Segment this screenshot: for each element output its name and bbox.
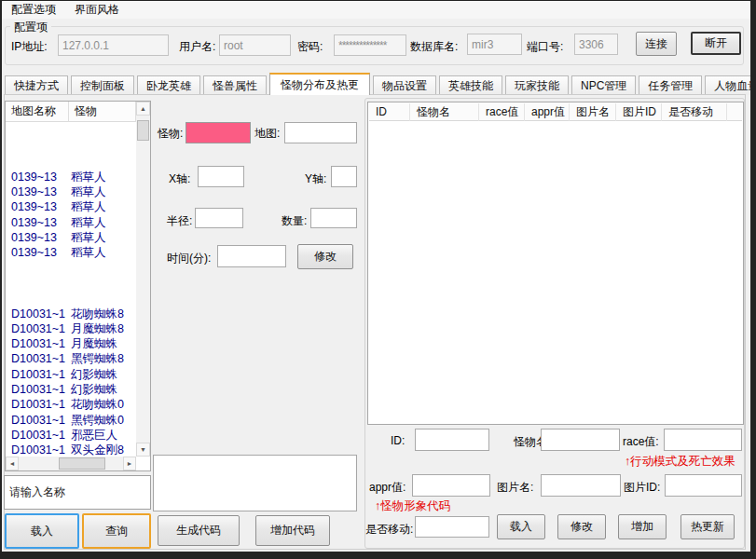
map-list-column-0[interactable]: 地图名称	[6, 102, 69, 122]
tab-7[interactable]: 玩家技能	[505, 75, 569, 95]
map-input[interactable]	[284, 122, 357, 143]
tab-0[interactable]: 快捷方式	[5, 75, 68, 95]
monster-table-column-0[interactable]: ID	[369, 103, 410, 121]
list-item[interactable]: D10031~1幻影蜘蛛	[7, 382, 135, 397]
monster-id-input[interactable]	[415, 429, 489, 451]
map-monster-list[interactable]: 地图名称怪物 0139~13稻草人0139~13稻草人0139~13稻草人013…	[5, 101, 151, 471]
tab-6[interactable]: 英雄技能	[439, 75, 502, 95]
monster-name-input[interactable]	[541, 429, 620, 451]
list-item[interactable]: 0139~13稻草人	[7, 230, 135, 245]
list-item[interactable]: D10031~1双头金刚8	[7, 443, 135, 457]
list-item[interactable]	[7, 276, 135, 291]
tab-5[interactable]: 物品设置	[373, 75, 436, 95]
tab-2[interactable]: 卧龙英雄	[137, 75, 200, 95]
hscroll-thumb[interactable]	[59, 457, 105, 470]
map-name-cell: D10031~1	[7, 397, 70, 412]
race-label: race值:	[623, 434, 659, 450]
port-input[interactable]	[574, 34, 618, 55]
tab-9[interactable]: 任务管理	[639, 75, 702, 95]
vscroll-thumb[interactable]	[137, 120, 149, 141]
list-vscrollbar[interactable]: ▲ ▼	[136, 102, 150, 457]
monster-name-cell: 双头金刚8	[70, 443, 124, 457]
add-code-button[interactable]: 增加代码	[255, 515, 330, 546]
list-item[interactable]	[7, 124, 135, 139]
load-button[interactable]: 载入	[5, 513, 79, 549]
appr-input[interactable]	[412, 474, 490, 497]
ip-input[interactable]	[58, 34, 169, 56]
image-name-input[interactable]	[541, 474, 621, 497]
name-search-input[interactable]: 请输入名称	[4, 475, 151, 510]
monster-name-cell	[70, 276, 71, 291]
race-input[interactable]	[664, 429, 742, 451]
monster-table-column-6[interactable]: 是否移动	[662, 103, 727, 121]
monster-input[interactable]	[186, 122, 251, 143]
menu-item-config-options[interactable]: 配置选项	[2, 1, 65, 19]
list-item[interactable]: D10031~1月魔蜘蛛8	[7, 321, 135, 336]
time-label: 时间(分):	[167, 251, 211, 266]
map-list-column-1[interactable]: 怪物	[69, 102, 136, 122]
list-item[interactable]: 0139~13稻草人	[7, 245, 135, 260]
image-id-input[interactable]	[665, 474, 742, 497]
tab-8[interactable]: NPC管理	[571, 75, 636, 95]
list-item[interactable]: D10031~1邪恶巨人	[7, 428, 135, 443]
list-hscrollbar[interactable]: ◄ ►	[6, 457, 136, 470]
spawn-modify-button[interactable]: 修改	[297, 244, 353, 269]
list-item[interactable]: 0139~13稻草人	[7, 199, 135, 214]
count-input[interactable]	[310, 208, 357, 228]
list-item[interactable]: 0139~13稻草人	[7, 184, 135, 199]
count-label: 数量:	[282, 213, 307, 229]
list-item[interactable]	[7, 261, 135, 276]
tab-3[interactable]: 怪兽属性	[203, 75, 267, 95]
list-item[interactable]: D10031~1黑锷蜘蛛0	[7, 413, 135, 428]
monster-name-cell	[70, 124, 71, 139]
map-name-cell: D10031~1	[7, 307, 70, 321]
monster-add-button[interactable]: 增加	[618, 514, 667, 539]
monster-name-cell: 幻影蜘蛛	[70, 382, 117, 397]
monster-load-button[interactable]: 载入	[497, 514, 545, 539]
monster-table-column-5[interactable]: 图片ID	[616, 103, 662, 121]
radius-input[interactable]	[195, 208, 243, 228]
scroll-right-icon[interactable]: ►	[123, 457, 136, 470]
tab-1[interactable]: 控制面板	[71, 75, 134, 95]
monster-name-cell: 黑锷蜘蛛0	[70, 413, 124, 428]
monster-table-column-2[interactable]: race值	[479, 103, 525, 121]
list-item[interactable]: D10031~1幻影蜘蛛	[7, 367, 135, 382]
time-input[interactable]	[217, 245, 286, 267]
x-axis-input[interactable]	[198, 166, 244, 187]
monster-table-column-3[interactable]: appr值	[525, 103, 570, 121]
list-item[interactable]: D10031~1花吻蜘蛛8	[7, 307, 135, 321]
list-item[interactable]: D10031~1黑锷蜘蛛8	[7, 351, 135, 366]
monster-table[interactable]: ID怪物名race值appr值图片名图片ID是否移动	[367, 102, 744, 425]
y-axis-input[interactable]	[331, 166, 357, 187]
monster-table-column-1[interactable]: 怪物名	[410, 103, 479, 121]
can-move-input[interactable]	[415, 516, 489, 538]
connect-button[interactable]: 连接	[636, 32, 677, 56]
scroll-down-icon[interactable]: ▼	[136, 443, 150, 457]
list-item[interactable]: 0139~13稻草人	[7, 170, 135, 184]
map-name-cell	[7, 139, 70, 154]
disconnect-button[interactable]: 断开	[691, 32, 741, 55]
connection-group-title: 配置项	[10, 20, 51, 35]
list-item[interactable]	[7, 291, 135, 306]
list-item[interactable]	[7, 139, 135, 154]
username-input[interactable]	[219, 34, 291, 56]
list-item[interactable]: D10031~1花吻蜘蛛0	[7, 397, 135, 412]
monster-modify-button[interactable]: 修改	[557, 514, 606, 539]
monster-table-column-4[interactable]: 图片名	[570, 103, 616, 121]
menu-item-ui-style[interactable]: 界面风格	[65, 1, 129, 19]
scroll-up-icon[interactable]: ▲	[136, 102, 150, 116]
list-item[interactable]	[7, 155, 135, 170]
list-item[interactable]: 0139~13稻草人	[7, 215, 135, 230]
generate-code-button[interactable]: 生成代码	[158, 515, 240, 546]
hot-update-button[interactable]: 热更新	[680, 514, 735, 539]
query-button[interactable]: 查询	[82, 513, 151, 549]
map-name-cell	[7, 276, 70, 291]
map-name-cell: D10031~1	[7, 336, 70, 351]
list-item[interactable]: D10031~1月魔蜘蛛	[7, 336, 135, 351]
scroll-left-icon[interactable]: ◄	[6, 457, 19, 470]
password-input[interactable]	[334, 34, 406, 56]
tab-10[interactable]: 人物血量与经验	[705, 75, 750, 95]
database-input[interactable]	[467, 34, 522, 55]
tab-4[interactable]: 怪物分布及热更	[269, 73, 370, 95]
code-output-area[interactable]	[153, 455, 357, 511]
